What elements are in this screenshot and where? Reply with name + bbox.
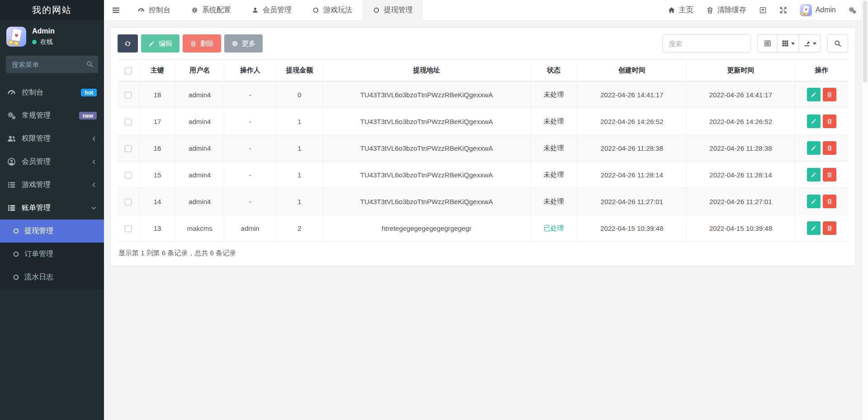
- user-menu[interactable]: ♥ Admin: [800, 4, 836, 16]
- user-icon: [252, 7, 259, 14]
- trash-icon: [706, 6, 714, 14]
- table-row: 18admin4-0TU43T3tVL6o3bzoTtnPWzzRBeKiQge…: [118, 81, 848, 108]
- pencil-icon: [811, 198, 817, 205]
- refresh-icon: [124, 40, 131, 47]
- row-select-cell: [118, 81, 139, 108]
- tab-gameplay[interactable]: 游戏玩法: [302, 0, 363, 20]
- tab-member[interactable]: 会员管理: [241, 0, 302, 20]
- row-checkbox[interactable]: [125, 92, 132, 99]
- more-button[interactable]: 更多: [224, 34, 263, 52]
- chevron-left-icon: [91, 136, 97, 142]
- sidebar-search: [6, 56, 98, 73]
- edit-row-button[interactable]: [807, 195, 821, 208]
- gear-icon: [231, 40, 238, 47]
- status-text: 未处理: [543, 117, 564, 125]
- cell-address: TU43T3tVL6o3bzoTtnPWzzRBeKiQgexxwA: [323, 108, 530, 135]
- table-row: 14admin4-1TU43T3tVL6o3bzoTtnPWzzRBeKiQge…: [118, 188, 848, 215]
- delete-row-button[interactable]: [823, 195, 836, 208]
- tab-dashboard[interactable]: 控制台: [127, 0, 181, 20]
- delete-row-button[interactable]: [823, 115, 836, 128]
- cell-actions: [795, 108, 848, 135]
- sidebar-subitem-flow[interactable]: 流水日志: [0, 266, 104, 289]
- sidebar-subitem-withdraw[interactable]: 提现管理: [0, 220, 104, 243]
- edit-button[interactable]: 编辑: [141, 34, 179, 52]
- sidebar-item-general[interactable]: 常规管理new: [0, 104, 104, 127]
- sidebar-item-billing[interactable]: 账单管理: [0, 196, 104, 220]
- column-header: 操作人: [224, 60, 276, 81]
- scrollbar[interactable]: [862, 0, 868, 420]
- select-all-checkbox[interactable]: [125, 67, 132, 74]
- tab-label: 控制台: [149, 5, 170, 15]
- sidebar-subitem-order[interactable]: 订单管理: [0, 243, 104, 266]
- sidebar-toggle-button[interactable]: [104, 0, 127, 20]
- cell-address: htretegegegegegegegrgegegr: [323, 215, 530, 242]
- edit-row-button[interactable]: [807, 221, 821, 235]
- row-checkbox[interactable]: [125, 145, 132, 152]
- delete-row-button[interactable]: [823, 88, 836, 101]
- trash-icon: [826, 118, 833, 124]
- edit-label: 编辑: [159, 39, 172, 48]
- sidebar-item-permission[interactable]: 权限管理: [0, 127, 104, 150]
- table-search-input[interactable]: [662, 34, 751, 52]
- toggle-detail-view-button[interactable]: [757, 34, 778, 52]
- cell-username: admin4: [175, 162, 224, 188]
- sidebar-item-label: 账单管理: [22, 203, 91, 213]
- sidebar-item-game[interactable]: 游戏管理: [0, 173, 104, 196]
- row-checkbox[interactable]: [125, 225, 132, 232]
- edit-row-button[interactable]: [807, 168, 821, 181]
- edit-row-button[interactable]: [807, 141, 821, 155]
- export-button[interactable]: [799, 34, 821, 52]
- row-select-cell: [118, 215, 139, 242]
- edit-row-button[interactable]: [807, 88, 821, 101]
- tab-system-config[interactable]: 系统配置: [181, 0, 241, 20]
- column-header: 主键: [139, 60, 175, 81]
- cell-created-time: 2022-04-26 11:28:38: [577, 135, 686, 162]
- search-button[interactable]: [827, 34, 848, 52]
- delete-button[interactable]: 删除: [183, 34, 221, 52]
- edit-row-button[interactable]: [807, 115, 821, 128]
- menu-search-input[interactable]: [6, 56, 98, 73]
- home-link[interactable]: 主页: [668, 5, 693, 15]
- settings-button[interactable]: [849, 6, 856, 14]
- search-icon: [834, 40, 841, 47]
- sidebar-subitem-label: 提现管理: [24, 226, 97, 236]
- gear-icon: [191, 7, 198, 14]
- cell-updated-time: 2022-04-15 10:39:48: [687, 215, 795, 242]
- sidebar-item-dashboard[interactable]: 控制台hot: [0, 81, 104, 104]
- cell-status: 未处理: [530, 81, 577, 108]
- translate-icon: [759, 6, 767, 14]
- circle-icon: [13, 274, 19, 281]
- delete-row-button[interactable]: [823, 141, 836, 155]
- row-checkbox[interactable]: [125, 119, 132, 125]
- columns-button[interactable]: [778, 34, 799, 52]
- fullscreen-button[interactable]: [779, 6, 787, 14]
- user-status: 在线: [32, 38, 55, 46]
- table-toolbar: 编辑 删除 更多: [118, 34, 848, 52]
- pencil-icon: [811, 172, 817, 178]
- clear-cache-link[interactable]: 清除缓存: [706, 5, 746, 15]
- sidebar-item-member[interactable]: 会员管理: [0, 150, 104, 173]
- cell-updated-time: 2022-04-26 14:26:52: [687, 108, 795, 135]
- table-row: 13makcmsadmin2htretegegegegegegegrgegegr…: [118, 215, 848, 242]
- scrollbar-thumb[interactable]: [863, 1, 867, 82]
- delete-row-button[interactable]: [823, 221, 836, 235]
- tab-withdraw[interactable]: 提现管理: [363, 0, 423, 20]
- refresh-button[interactable]: [118, 34, 138, 52]
- language-button[interactable]: [759, 6, 767, 14]
- cell-id: 17: [139, 108, 175, 135]
- brand[interactable]: 我的网站: [0, 0, 104, 20]
- cell-actions: [795, 135, 848, 162]
- delete-row-button[interactable]: [823, 168, 836, 181]
- row-checkbox[interactable]: [125, 172, 132, 179]
- column-header: 操作: [795, 60, 848, 81]
- sidebar-item-label: 会员管理: [22, 157, 91, 167]
- cell-address: TU43T3tVL6o3bzoTtnPWzzRBeKiQgexxwA: [323, 162, 530, 188]
- circle-icon: [13, 228, 19, 234]
- coin-graphic: [801, 12, 804, 15]
- row-checkbox[interactable]: [125, 199, 132, 205]
- row-select-cell: [118, 108, 139, 135]
- circle-icon: [13, 251, 19, 258]
- cell-updated-time: 2022-04-26 14:41:17: [687, 81, 795, 108]
- navbar-username: Admin: [816, 6, 836, 14]
- badge-new: new: [79, 112, 97, 119]
